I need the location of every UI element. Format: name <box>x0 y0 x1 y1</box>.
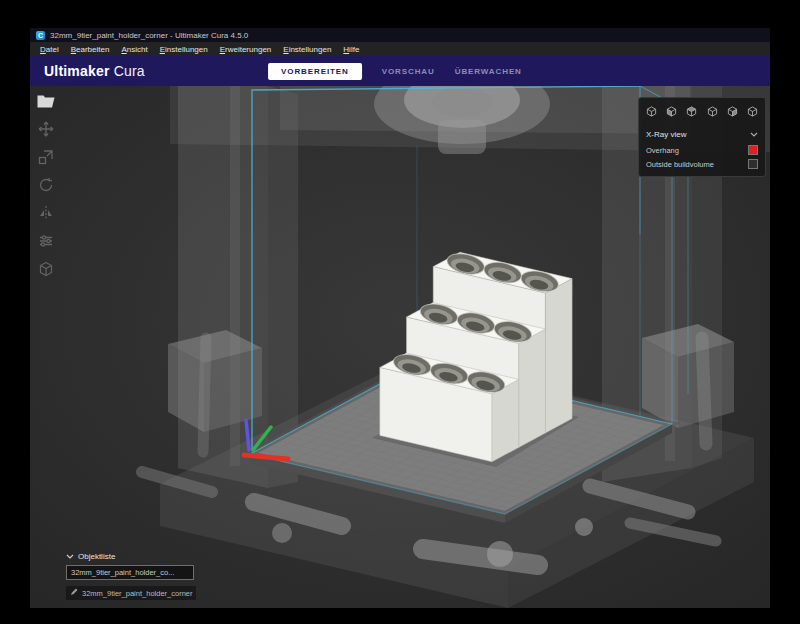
scale-icon <box>38 149 54 165</box>
view-preset-left-icon[interactable] <box>707 103 718 121</box>
menu-hilfe[interactable]: Hilfe <box>337 45 365 54</box>
menu-einstellungen[interactable]: Einstellungen <box>154 45 214 54</box>
chevron-down-icon <box>750 130 758 139</box>
view-settings-panel: X-Ray view Overhang Outside buildvolume <box>638 97 766 177</box>
brand-bold: Ultimaker <box>44 63 110 79</box>
move-icon <box>38 121 54 137</box>
mirror-icon <box>38 205 54 221</box>
object-name-label: 32mm_9tier_paint_holder_corner <box>82 589 192 598</box>
per-model-settings-button[interactable] <box>34 229 58 253</box>
scale-tool-button[interactable] <box>34 145 58 169</box>
view-preset-right-icon[interactable] <box>727 103 738 121</box>
legend-outside-buildvolume: Outside buildvolume <box>646 157 758 171</box>
view-preset-3d-icon[interactable] <box>646 103 657 121</box>
view-mode-dropdown[interactable]: X-Ray view <box>646 127 758 143</box>
menu-datei[interactable]: Datei <box>34 45 65 54</box>
object-list: Objektliste 32mm_9tier_paint_holder_co..… <box>66 552 196 600</box>
move-tool-button[interactable] <box>34 117 58 141</box>
object-list-header[interactable]: Objektliste <box>66 552 196 561</box>
left-toolbar <box>32 89 60 281</box>
menu-ansicht[interactable]: Ansicht <box>115 45 153 54</box>
rotate-tool-button[interactable] <box>34 173 58 197</box>
support-blocker-icon <box>38 261 54 277</box>
open-file-button[interactable] <box>34 89 58 113</box>
tab-vorschau[interactable]: VORSCHAU <box>382 67 435 76</box>
tab-ueberwachen[interactable]: ÜBERWACHEN <box>455 67 522 76</box>
outside-buildvolume-color-swatch <box>748 159 758 169</box>
view-preset-front-icon[interactable] <box>666 103 677 121</box>
object-list-item[interactable]: 32mm_9tier_paint_holder_co... <box>66 565 194 580</box>
cura-window: C 32mm_9tier_paint_holder_corner - Ultim… <box>30 28 770 608</box>
menu-erweiterungen[interactable]: Erweiterungen <box>214 45 278 54</box>
object-list-title: Objektliste <box>78 552 115 561</box>
legend-outside-label: Outside buildvolume <box>646 160 714 169</box>
tab-vorbereiten[interactable]: VORBEREITEN <box>268 63 362 80</box>
overhang-color-swatch <box>748 145 758 155</box>
menu-einstellungen-2[interactable]: Einstellungen <box>277 45 337 54</box>
mirror-tool-button[interactable] <box>34 201 58 225</box>
viewport: X-Ray view Overhang Outside buildvolume … <box>30 86 770 608</box>
app-header: Ultimaker Cura VORBEREITEN VORSCHAU ÜBER… <box>30 56 770 86</box>
titlebar: C 32mm_9tier_paint_holder_corner - Ultim… <box>30 28 770 42</box>
open-folder-icon <box>37 94 55 108</box>
edit-pencil-icon <box>70 588 78 598</box>
legend-overhang: Overhang <box>646 143 758 157</box>
stage-tabs: VORBEREITEN VORSCHAU ÜBERWACHEN <box>268 56 522 86</box>
support-blocker-button[interactable] <box>34 257 58 281</box>
cura-app-icon: C <box>36 31 45 40</box>
object-name-row[interactable]: 32mm_9tier_paint_holder_corner <box>66 586 196 600</box>
menubar: Datei Bearbeiten Ansicht Einstellungen E… <box>30 42 770 56</box>
brand-light: Cura <box>114 63 145 79</box>
chevron-down-icon <box>66 552 74 561</box>
brand-logo: Ultimaker Cura <box>44 63 145 79</box>
window-title: 32mm_9tier_paint_holder_corner - Ultimak… <box>50 31 248 40</box>
menu-bearbeiten[interactable]: Bearbeiten <box>65 45 116 54</box>
view-mode-label: X-Ray view <box>646 130 686 139</box>
screenshot-root: { "window": { "title": "32mm_9tier_paint… <box>0 0 800 624</box>
rotate-icon <box>38 177 54 193</box>
legend-overhang-label: Overhang <box>646 146 679 155</box>
per-model-settings-icon <box>38 233 54 249</box>
view-preset-bottom-icon[interactable] <box>747 103 758 121</box>
camera-view-presets <box>646 103 758 121</box>
view-preset-top-icon[interactable] <box>686 103 697 121</box>
